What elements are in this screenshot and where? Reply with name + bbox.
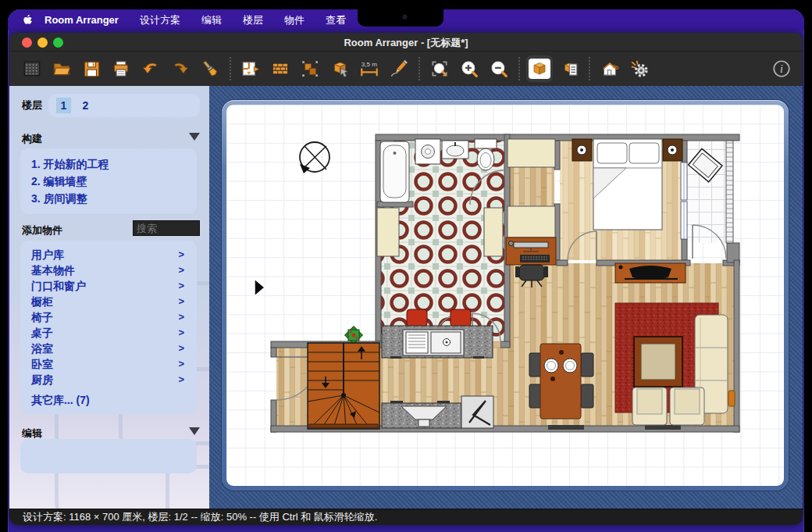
sidebar: 楼层 1 2 构建 1. 开始新的工程 2. 编辑墙壁 3. 房间调整 添加物件… [9,86,209,509]
menu-item-floor[interactable]: 楼层 [243,13,263,27]
chevron-right-icon: > [178,247,184,262]
toolbar-separator [589,57,590,80]
new-grid-button[interactable] [19,55,45,82]
library-item-bathroom[interactable]: 浴室 > [20,341,197,356]
edit-collapse-arrow[interactable] [189,427,200,435]
menu-item-object[interactable]: 物件 [284,13,304,27]
floor-plan[interactable] [226,105,784,486]
open-button[interactable] [48,55,75,82]
zoom-in-button[interactable] [456,55,483,82]
kitchen-island[interactable] [382,326,493,359]
house-3d-button[interactable]: 3D [597,55,623,82]
wall-icon [270,59,290,79]
build-step-1[interactable]: 1. 开始新的工程 [31,155,197,173]
bathtub[interactable] [380,141,409,202]
info-icon: i [771,59,792,79]
fridge[interactable] [461,396,493,428]
wall-decor[interactable] [728,391,735,406]
library-item-kitchen[interactable]: 厨房 > [20,372,197,387]
measure-icon-label: 3,5 m [361,61,378,68]
house-3d-icon: 3D [600,59,620,79]
move-object-button[interactable] [326,55,353,82]
new-grid-icon [22,59,42,79]
zoom-in-icon [459,59,479,79]
toolbar-separator [418,57,420,80]
washing-machine[interactable] [415,139,440,164]
info-button[interactable]: i [768,55,795,82]
canvas-frame [222,100,789,491]
library-item-chairs[interactable]: 椅子 > [20,309,197,325]
build-step-2[interactable]: 2. 编辑墙壁 [31,173,197,190]
view-3d-icon [530,59,549,78]
draw-pencil-icon [389,59,409,79]
bed[interactable] [593,139,662,230]
menu-item-view[interactable]: 查看 [326,13,346,27]
render-settings-button[interactable] [626,55,653,82]
print-button[interactable] [108,55,134,82]
view-3d-button[interactable] [526,55,553,82]
paint-brush-icon [200,59,220,79]
bathroom-sink[interactable] [442,141,468,159]
toolbar-separator [230,57,231,80]
library-item-tables[interactable]: 桌子 > [20,325,197,341]
compass-icon[interactable] [300,142,329,173]
undo-button[interactable] [137,55,164,82]
build-step-3[interactable]: 3. 房间调整 [31,190,197,207]
chevron-right-icon: > [178,325,184,341]
draw-pencil-button[interactable] [386,55,412,82]
measure-button[interactable]: 3,5 m [356,55,383,82]
library-item-user[interactable]: 用户库 > [20,247,197,262]
toolbar-separator [518,57,520,80]
build-collapse-arrow[interactable] [189,133,200,141]
undo-icon [141,59,161,79]
zoom-out-button[interactable] [486,55,512,82]
chevron-right-icon: > [178,278,184,294]
chevron-right-icon: > [178,341,184,356]
cursor-arrow [255,279,265,296]
drawing-area [209,86,803,509]
tv-cabinet[interactable] [615,263,686,283]
open-folder-icon [52,59,72,79]
select-objects-icon [300,59,320,79]
kitchen-counter[interactable] [382,401,461,428]
bedroom-windows[interactable] [681,162,687,239]
desk[interactable] [506,237,556,265]
menu-item-edit[interactable]: 编辑 [201,13,222,27]
library-item-cabinets[interactable]: 橱柜 > [20,294,197,309]
project-structure-button[interactable] [556,55,582,82]
floor-plan-canvas[interactable] [226,105,784,486]
app-window: Room Arranger - [无标题*] [9,33,803,525]
render-settings-icon [629,59,650,79]
zoom-fit-button[interactable] [426,55,453,82]
library-item-basic[interactable]: 基本物件 > [20,262,197,278]
select-objects-button[interactable] [297,55,323,82]
title-bar[interactable]: Room Arranger - [无标题*] [9,33,803,52]
redo-button[interactable] [167,55,194,82]
save-button[interactable] [78,55,105,82]
chevron-right-icon: > [178,294,184,309]
dining-table[interactable] [540,344,581,419]
library-item-doors-windows[interactable]: 门口和窗户 > [20,278,197,294]
apple-icon[interactable] [22,14,34,26]
floor-tabs-panel: 1 2 [48,94,200,117]
coffee-table[interactable] [634,337,682,387]
toolbar: 3,5 m [9,52,803,86]
library-item-more[interactable]: 其它库... (7) [20,392,197,408]
view-3d-selected-bg [529,59,550,79]
add-objects-label: 添加物件 [22,223,62,237]
menu-app-name[interactable]: Room Arranger [45,14,119,26]
stairs[interactable] [308,343,379,429]
chevron-right-icon: > [178,372,184,387]
floor-tab-1[interactable]: 1 [56,98,71,113]
library-item-bedroom[interactable]: 卧室 > [20,356,197,372]
build-section-label: 构建 [22,132,42,146]
save-icon [81,59,102,79]
balcony-window-wall[interactable] [726,141,733,243]
floor-tab-2[interactable]: 2 [78,98,93,113]
redo-icon [170,59,191,79]
search-input[interactable] [133,220,200,236]
floorplan-wizard-button[interactable] [237,55,264,82]
wall-button[interactable] [267,55,294,82]
menu-item-design[interactable]: 设计方案 [140,13,180,27]
paint-brush-button[interactable] [197,55,223,82]
